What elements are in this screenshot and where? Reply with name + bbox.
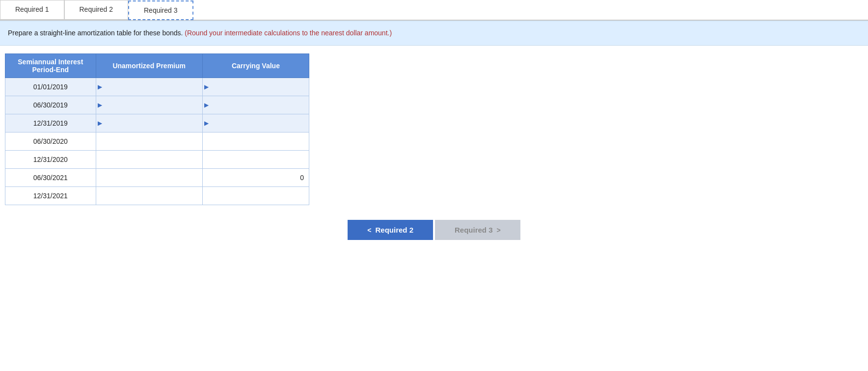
- carrying-cell[interactable]: ▶: [202, 96, 309, 114]
- col-header-premium: Unamortized Premium: [96, 54, 202, 78]
- carrying-cell[interactable]: ▶: [202, 114, 309, 132]
- date-cell: 12/31/2019: [5, 114, 96, 132]
- carrying-cell[interactable]: [202, 151, 309, 169]
- date-cell: 12/31/2020: [5, 151, 96, 169]
- next-button-label: Required 3: [455, 226, 493, 234]
- date-cell: 06/30/2019: [5, 96, 96, 114]
- premium-input[interactable]: [96, 151, 202, 168]
- carrying-input[interactable]: [203, 151, 309, 168]
- tabs-bar: Required 1 Required 2 Required 3: [0, 0, 868, 21]
- table-row: 06/30/2020: [5, 132, 309, 151]
- date-cell: 06/30/2021: [5, 169, 96, 187]
- instruction-text: Prepare a straight-line amortization tab…: [8, 29, 183, 37]
- premium-cell[interactable]: [96, 169, 202, 187]
- page-container: Required 1 Required 2 Required 3 Prepare…: [0, 0, 868, 240]
- arrow-icon: ▶: [203, 120, 210, 127]
- carrying-value: 0: [203, 171, 309, 185]
- table-row: 06/30/20210: [5, 169, 309, 187]
- tab-required2[interactable]: Required 2: [64, 0, 129, 20]
- arrow-icon: ▶: [96, 102, 104, 108]
- carrying-input[interactable]: [203, 187, 309, 205]
- premium-input[interactable]: [104, 96, 202, 114]
- date-cell: 12/31/2021: [5, 187, 96, 205]
- prev-button-label: Required 2: [375, 226, 413, 234]
- carrying-input[interactable]: [210, 96, 309, 114]
- next-chevron-icon: >: [497, 226, 501, 234]
- carrying-cell[interactable]: 0: [202, 169, 309, 187]
- arrow-icon: ▶: [203, 102, 210, 108]
- amortization-table: Semiannual Interest Period-End Unamortiz…: [5, 53, 309, 205]
- premium-cell[interactable]: ▶: [96, 96, 202, 114]
- arrow-icon: ▶: [203, 83, 210, 90]
- col-header-carrying: Carrying Value: [202, 54, 309, 78]
- arrow-icon: ▶: [96, 83, 104, 90]
- table-row: 06/30/2019▶▶: [5, 96, 309, 114]
- col-header-period: Semiannual Interest Period-End: [5, 54, 96, 78]
- date-cell: 01/01/2019: [5, 78, 96, 96]
- premium-cell[interactable]: [96, 132, 202, 151]
- prev-button[interactable]: < Required 2: [348, 220, 433, 240]
- carrying-cell[interactable]: [202, 187, 309, 205]
- prev-chevron-icon: <: [367, 226, 371, 234]
- premium-input[interactable]: [96, 169, 202, 186]
- arrow-icon: ▶: [96, 120, 104, 127]
- instruction-highlight: (Round your intermediate calculations to…: [183, 29, 392, 37]
- premium-input[interactable]: [96, 187, 202, 205]
- carrying-input[interactable]: [210, 78, 309, 96]
- premium-cell[interactable]: [96, 187, 202, 205]
- table-row: 01/01/2019▶▶: [5, 78, 309, 96]
- premium-input[interactable]: [104, 114, 202, 132]
- date-cell: 06/30/2020: [5, 132, 96, 151]
- tab-required1[interactable]: Required 1: [0, 0, 64, 20]
- instruction-bar: Prepare a straight-line amortization tab…: [0, 21, 868, 46]
- premium-cell[interactable]: [96, 151, 202, 169]
- table-row: 12/31/2019▶▶: [5, 114, 309, 132]
- premium-cell[interactable]: ▶: [96, 78, 202, 96]
- premium-input[interactable]: [104, 78, 202, 96]
- carrying-input[interactable]: [210, 114, 309, 132]
- carrying-cell[interactable]: ▶: [202, 78, 309, 96]
- premium-cell[interactable]: ▶: [96, 114, 202, 132]
- table-row: 12/31/2020: [5, 151, 309, 169]
- tab-required3[interactable]: Required 3: [128, 0, 193, 20]
- premium-input[interactable]: [96, 132, 202, 150]
- nav-buttons: < Required 2 Required 3 >: [0, 220, 868, 240]
- table-row: 12/31/2021: [5, 187, 309, 205]
- carrying-cell[interactable]: [202, 132, 309, 151]
- next-button: Required 3 >: [435, 220, 520, 240]
- carrying-input[interactable]: [203, 132, 309, 150]
